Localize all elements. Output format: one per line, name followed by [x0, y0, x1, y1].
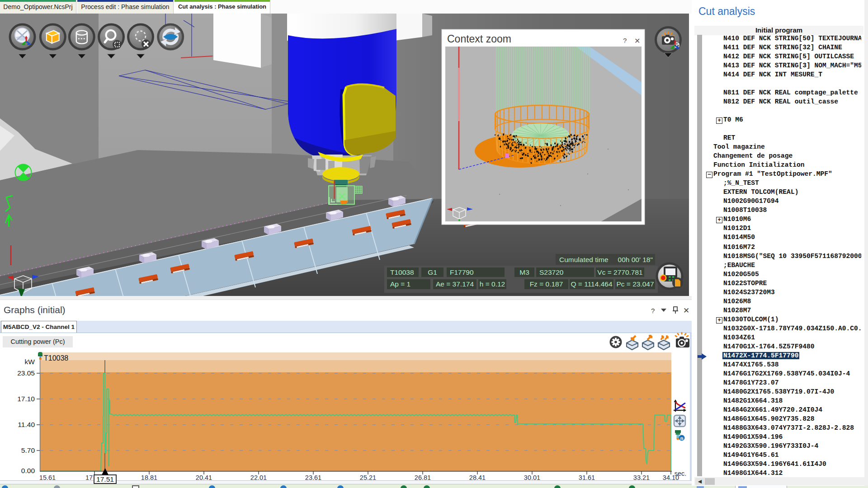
svg-text:0.00: 0.00 [21, 467, 35, 474]
svg-text:20.41: 20.41 [196, 474, 212, 481]
svg-text:F17790: F17790 [450, 268, 474, 276]
svg-text:Fz = 0.187: Fz = 0.187 [530, 280, 563, 288]
svg-text:Q = 1114.464: Q = 1114.464 [571, 280, 612, 288]
svg-text:18.81: 18.81 [141, 474, 157, 481]
svg-text:17.10: 17.10 [17, 395, 35, 403]
svg-text:Ae = 37.174: Ae = 37.174 [436, 280, 474, 288]
svg-text:22.01: 22.01 [250, 474, 267, 481]
svg-text:25.21: 25.21 [360, 474, 376, 481]
svg-text:✕: ✕ [634, 37, 640, 45]
svg-text:Cumulated time: Cumulated time [559, 256, 609, 263]
svg-text:T10038: T10038 [390, 268, 414, 276]
svg-text:15.61: 15.61 [39, 474, 56, 481]
svg-text:28.41: 28.41 [469, 474, 486, 481]
svg-text:31.61: 31.61 [579, 474, 595, 481]
svg-text:S23720: S23720 [539, 268, 564, 276]
svg-text:23.61: 23.61 [305, 474, 321, 481]
svg-text:G1: G1 [428, 268, 437, 276]
svg-text:33.21: 33.21 [633, 474, 650, 481]
svg-text:5.70: 5.70 [21, 446, 35, 454]
svg-text:23.05: 23.05 [17, 369, 35, 377]
svg-text:11.40: 11.40 [18, 421, 35, 428]
svg-text:h = 0.12: h = 0.12 [480, 280, 505, 288]
svg-text:sec.: sec. [675, 470, 687, 477]
svg-text:T10038: T10038 [44, 354, 68, 362]
svg-text:Context zoom: Context zoom [447, 33, 511, 45]
svg-text:17.51: 17.51 [96, 475, 114, 483]
svg-text:Ap = 1: Ap = 1 [390, 280, 410, 288]
svg-text:00h 00' 18": 00h 00' 18" [618, 256, 653, 263]
svg-text:26.81: 26.81 [415, 474, 431, 481]
svg-text:17: 17 [85, 474, 93, 481]
svg-text:Vc = 2770.781: Vc = 2770.781 [597, 268, 642, 276]
svg-text:?: ? [623, 37, 627, 44]
svg-text:kW: kW [25, 358, 35, 366]
svg-text:Pc = 23.047: Pc = 23.047 [616, 280, 654, 288]
svg-text:30.01: 30.01 [524, 474, 540, 481]
svg-text:M3: M3 [519, 268, 529, 276]
svg-text:n: n [680, 436, 684, 441]
